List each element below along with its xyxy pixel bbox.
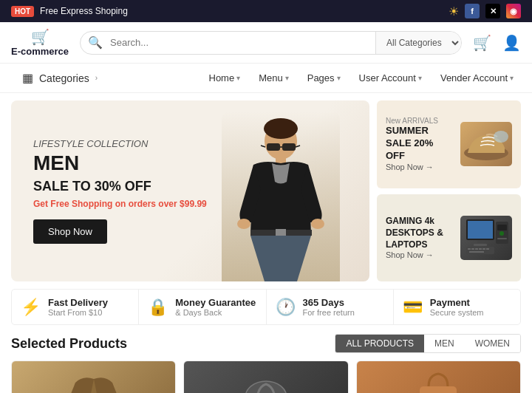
banner-model: [222, 112, 340, 281]
bag-img: [236, 360, 296, 393]
tab-women[interactable]: WOMEN: [465, 335, 520, 352]
feature-delivery: ⚡ Fast Delivery Start From $10: [12, 290, 139, 324]
twitter-icon[interactable]: ✕: [485, 4, 500, 18]
arrivals-shop[interactable]: Shop Now →: [386, 163, 453, 171]
top-bar-left: HOT Free Express Shoping: [11, 6, 128, 17]
feature-guarantee: 🔒 Money Guarantee & Days Back: [139, 290, 266, 324]
guarantee-text: Money Guarantee & Days Back: [175, 297, 256, 317]
top-bar: HOT Free Express Shoping ☀ f ✕ ◉: [0, 0, 532, 22]
gaming-title: GAMING 4k DESKTOPS & LAPTOPS: [386, 216, 453, 250]
nav-user-account[interactable]: User Account ▾: [352, 65, 429, 91]
logo-text: E-commerce: [11, 46, 69, 57]
sun-icon: ☀: [449, 4, 459, 18]
logo[interactable]: 🛒 E-commerce: [11, 28, 69, 57]
instagram-icon[interactable]: ◉: [506, 4, 521, 18]
gaming-text: GAMING 4k DESKTOPS & LAPTOPS Shop Now →: [386, 216, 453, 259]
handbag-img: [409, 360, 468, 393]
category-select[interactable]: All Categories: [375, 32, 461, 54]
search-input[interactable]: [110, 32, 375, 53]
desktop-image: [460, 216, 512, 260]
products-title: Selected Products: [11, 336, 127, 352]
payment-sub: Secure system: [430, 308, 484, 317]
gaming-shop[interactable]: Shop Now →: [386, 250, 453, 259]
svg-rect-15: [468, 221, 493, 239]
shoe-image: [460, 122, 512, 166]
products-header: Selected Products ALL PRODUCTS MEN WOMEN: [11, 334, 521, 353]
top-bar-right: ☀ f ✕ ◉: [449, 4, 521, 18]
svg-rect-26: [479, 248, 482, 250]
categories-label: Categories: [39, 72, 89, 84]
payment-icon: 💳: [403, 298, 423, 317]
side-banner-arrivals: New ARRIVALS SUMMER SALE 20% OFF Shop No…: [377, 100, 521, 188]
svg-rect-24: [471, 248, 474, 250]
nav-home[interactable]: Home ▾: [202, 65, 248, 91]
side-banner-gaming: GAMING 4k DESKTOPS & LAPTOPS Shop Now →: [377, 194, 521, 282]
vender-chevron: ▾: [510, 74, 514, 82]
banner-desc-suffix: on orders over $99.99: [115, 199, 207, 209]
banner-desc-prefix: Get Free Shopping: [33, 199, 112, 209]
user-icon[interactable]: 👤: [502, 34, 521, 52]
main-banner: LIFESTYLE COLLECTION MEN SALE TO 30% OFF…: [11, 100, 369, 281]
menu-chevron: ▾: [285, 74, 289, 82]
jacket-img: [64, 360, 123, 393]
delivery-sub: Start From $10: [48, 308, 108, 317]
cart-icon[interactable]: 🛒: [473, 34, 491, 52]
nav-pages[interactable]: Pages ▾: [300, 65, 348, 91]
feature-days: 🕐 365 Days For free return: [267, 290, 394, 324]
svg-rect-16: [477, 240, 483, 244]
header: 🛒 E-commerce 🔍 All Categories 🛒 👤: [0, 22, 532, 64]
nav-links: Home ▾ Menu ▾ Pages ▾ User Account ▾ Ven…: [202, 65, 522, 91]
svg-rect-19: [497, 225, 507, 230]
hero-section: LIFESTYLE COLLECTION MEN SALE TO 30% OFF…: [11, 100, 521, 281]
payment-title: Payment: [430, 297, 484, 308]
arrivals-tag: New ARRIVALS: [386, 117, 453, 125]
product-card-jacket[interactable]: [11, 360, 176, 393]
nav: ▦ Categories › Home ▾ Menu ▾ Pages ▾ Use…: [0, 64, 532, 93]
side-banners: New ARRIVALS SUMMER SALE 20% OFF Shop No…: [377, 100, 521, 281]
guarantee-title: Money Guarantee: [175, 297, 256, 308]
svg-line-10: [261, 146, 265, 147]
promo-text: Free Express Shoping: [40, 6, 128, 16]
header-icons: 🛒 👤: [473, 34, 521, 52]
products-tabs: ALL PRODUCTS MEN WOMEN: [335, 334, 521, 353]
days-text: 365 Days For free return: [303, 297, 355, 317]
svg-point-1: [264, 118, 298, 139]
feature-payment: 💳 Payment Secure system: [394, 290, 520, 324]
product-card-bag[interactable]: [183, 360, 348, 393]
svg-rect-27: [482, 248, 485, 250]
facebook-icon[interactable]: f: [465, 4, 480, 18]
search-icon: 🔍: [81, 35, 110, 49]
svg-point-3: [237, 219, 250, 229]
svg-rect-6: [276, 229, 286, 236]
days-icon: 🕐: [276, 298, 296, 317]
arrivals-text: New ARRIVALS SUMMER SALE 20% OFF Shop No…: [386, 117, 453, 171]
delivery-text: Fast Delivery Start From $10: [48, 297, 108, 317]
svg-point-4: [311, 219, 324, 229]
svg-rect-28: [486, 248, 489, 250]
nav-vender-account[interactable]: Vender Account ▾: [433, 65, 521, 91]
features-bar: ⚡ Fast Delivery Start From $10 🔒 Money G…: [11, 289, 521, 325]
logo-icon: 🛒: [31, 28, 50, 46]
days-title: 365 Days: [303, 297, 355, 308]
home-chevron: ▾: [236, 74, 240, 82]
delivery-title: Fast Delivery: [48, 297, 108, 308]
products-grid: [11, 360, 521, 393]
user-chevron: ▾: [418, 74, 422, 82]
categories-chevron: ›: [95, 74, 98, 82]
shop-now-button[interactable]: Shop Now: [33, 219, 107, 244]
nav-menu[interactable]: Menu ▾: [251, 65, 296, 91]
tab-men[interactable]: MEN: [424, 335, 465, 352]
svg-rect-7: [267, 143, 280, 151]
search-bar: 🔍 All Categories: [80, 31, 462, 55]
product-card-handbag[interactable]: [356, 360, 521, 393]
tab-all-products[interactable]: ALL PRODUCTS: [335, 335, 424, 352]
svg-rect-29: [469, 251, 484, 253]
selected-products: Selected Products ALL PRODUCTS MEN WOMEN: [11, 334, 521, 393]
pages-chevron: ▾: [337, 74, 341, 82]
svg-rect-17: [474, 244, 487, 246]
svg-point-20: [499, 231, 504, 236]
guarantee-icon: 🔒: [148, 298, 168, 317]
payment-text: Payment Secure system: [430, 297, 484, 317]
categories-button[interactable]: ▦ Categories ›: [11, 64, 109, 92]
svg-point-30: [245, 381, 287, 393]
